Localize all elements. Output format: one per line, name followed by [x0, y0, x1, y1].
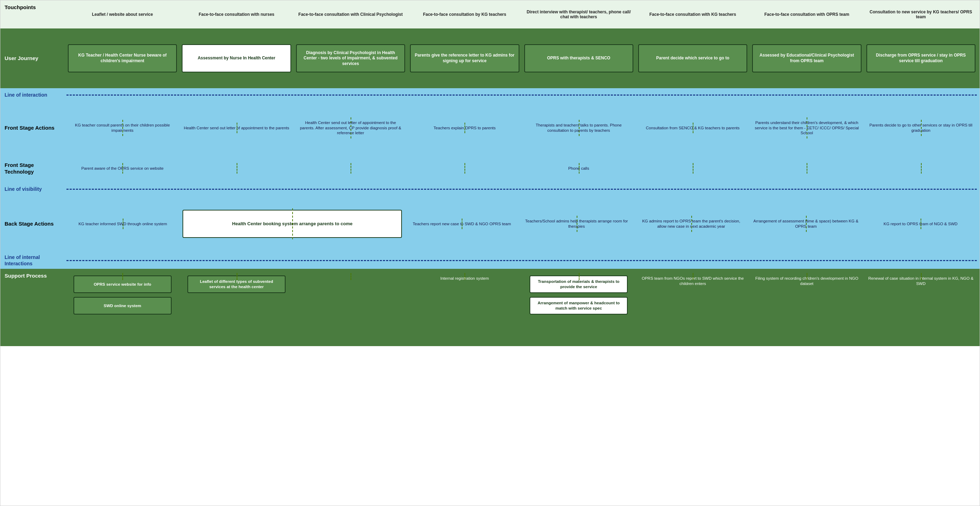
vertical-connector-fst-7: [807, 163, 807, 174]
frontstage-content: KG teacher consult parents on their chil…: [64, 102, 980, 154]
frontstage-tech-cell-2: [180, 163, 292, 174]
touchpoint-cell-8: Consultation to new service by KG teache…: [865, 7, 977, 22]
journey-cell-4: Parents give the reference letter to KG …: [409, 43, 520, 74]
backstage-cell-6: KG admins report to OPRS team the parent…: [635, 216, 748, 232]
frontstage-cell-3: Health Center send out letter of appoint…: [295, 117, 406, 139]
line-of-interaction-row: Line of interaction: [0, 88, 980, 102]
vertical-connector-fs-8: [921, 120, 922, 136]
vertical-connector-fs-6: [693, 123, 694, 133]
frontstage-cell-2: Health Center send out letter of appoint…: [180, 123, 292, 133]
touchpoints-label-text: Touchpoints: [5, 4, 36, 11]
support-cell-7: Filing system of recording children's de…: [751, 273, 862, 289]
vertical-connector-sp-4: [465, 273, 465, 280]
vertical-connector-fs-1: [123, 120, 123, 136]
support-box-5-2: Arrangement of manpower & headcount to m…: [530, 297, 628, 314]
line-of-internal-dash: [67, 260, 977, 261]
vertical-connector-bs-7: [806, 216, 807, 232]
journey-box-3: Diagnosis by Clinical Psychologist in He…: [296, 44, 405, 72]
vertical-connector-fst-5: [579, 163, 579, 174]
frontstage-tech-cell-6: [637, 163, 749, 174]
touchpoint-cell-5: Direct interview with therapist/ teacher…: [523, 7, 635, 22]
vertical-connector-sp-7: [807, 273, 807, 280]
support-row: Support Process OPRS service website for…: [0, 269, 980, 346]
journey-box-1: KG Teacher / Health Center Nurse beware …: [68, 44, 177, 72]
vertical-connector-bs-1: [123, 219, 123, 230]
vertical-connector-bs-5: [577, 216, 578, 232]
vertical-connector-sp-5: [579, 273, 579, 280]
line-of-interaction-label: Line of interaction: [0, 90, 64, 100]
frontstage-label: Front Stage Actions: [0, 102, 64, 154]
support-cell-8: Renewal of case situation in internal sy…: [865, 273, 977, 289]
journey-cell-7: Assessed by Educational/Clinical Psychol…: [751, 43, 862, 74]
support-cell-1: OPRS service website for infoSWD online …: [67, 273, 178, 317]
support-cell-2: Leaflet of different types of subvented …: [180, 273, 292, 295]
touchpoint-text-4: Face-to-face consultation by KG teachers: [422, 11, 508, 18]
frontstage-tech-cell-3: [295, 163, 406, 174]
touchpoint-text-5: Direct interview with therapist/ teacher…: [524, 8, 633, 21]
support-cell-4: Internal registration system: [409, 273, 520, 284]
journey-cell-5: OPRS with therapists & SENCO: [523, 43, 635, 74]
frontstage-cell-5: Therapists and teachers talks to parents…: [523, 120, 635, 136]
touchpoint-cell-3: Face-to-face consultation with Clinical …: [295, 9, 406, 20]
vertical-connector-sp-8: [921, 273, 922, 280]
frontstage-row: Front Stage Actions KG teacher consult p…: [0, 102, 980, 154]
backstage-cell-2: Health Center booking system arrange par…: [181, 208, 403, 239]
vertical-connector-fs-4: [465, 123, 465, 133]
line-of-internal-row: Line of internal Interactions: [0, 252, 980, 269]
frontstage-tech-cell-5: Phone calls: [523, 163, 635, 174]
vertical-connector-fs-3: [351, 117, 351, 139]
touchpoint-text-8: Consultation to new service by KG teache…: [866, 8, 975, 21]
vertical-connector-bs-2: [292, 208, 293, 239]
support-box-1-2: SWD online system: [73, 297, 172, 314]
line-of-visibility-row: Line of visibility: [0, 182, 980, 196]
vertical-connector-sp-3: [351, 273, 351, 280]
touchpoint-cell-4: Face-to-face consultation by KG teachers: [409, 9, 520, 20]
journey-box-2: Assessment by Nurse In Health Center: [182, 44, 291, 72]
vertical-connector-fs-5: [579, 120, 579, 136]
vertical-connector-sp-1: [123, 273, 123, 280]
frontstage-cell-4: Teachers explain OPRS to parents: [409, 123, 520, 133]
backstage-row: Back Stage Actions KG teacher informed S…: [0, 196, 980, 252]
support-cell-6: OPRS team from NGOs report to SWD which …: [637, 273, 749, 289]
frontstage-cell-7: Parents understand their children's deve…: [751, 117, 862, 139]
support-label-text: Support Process: [5, 272, 47, 279]
vertical-connector-fst-6: [693, 163, 694, 174]
support-cell-5: Transportation of materials & therapists…: [523, 273, 635, 317]
vertical-connector-fs-2: [237, 123, 237, 133]
support-label: Support Process: [0, 269, 64, 346]
backstage-label: Back Stage Actions: [0, 196, 64, 252]
frontstage-cell-1: KG teacher consult parents on their chil…: [67, 120, 178, 136]
frontstage-label-text: Front Stage Actions: [5, 124, 54, 132]
journey-box-4: Parents give the reference letter to KG …: [410, 44, 519, 72]
vertical-connector-bs-6: [691, 216, 692, 232]
support-cell-3: [295, 273, 406, 284]
touchpoint-text-7: Face-to-face consultation with OPRS team: [763, 11, 851, 18]
journey-cell-1: KG Teacher / Health Center Nurse beware …: [67, 43, 178, 74]
touchpoint-cell-6: Face-to-face consultation with KG teache…: [637, 9, 749, 20]
frontstage-tech-content: Parent aware of the OPRS service on webs…: [64, 154, 980, 182]
frontstage-tech-label-text: Front Stage Technology: [5, 162, 59, 175]
userjourney-label: User Journey: [0, 29, 64, 88]
journey-cell-8: Discharge from OPRS service / stay in OP…: [865, 43, 977, 74]
service-blueprint: Touchpoints Leaflet / website about serv…: [0, 0, 980, 506]
touchpoint-text-3: Face-to-face consultation with Clinical …: [297, 11, 404, 18]
backstage-cell-1: KG teacher informed SWD through online s…: [67, 219, 179, 230]
frontstage-cell-6: Consultation from SENCO & KG teachers to…: [637, 123, 749, 133]
journey-cell-6: Parent decide which service to go to: [637, 43, 749, 74]
journey-cell-3: Diagnosis by Clinical Psychologist in He…: [295, 43, 406, 74]
frontstage-cell-8: Parents decide to go to other services o…: [865, 120, 977, 136]
touchpoint-text-1: Leaflet / website about service: [91, 11, 154, 18]
userjourney-label-text: User Journey: [5, 55, 38, 62]
vertical-connector-sp-2: [237, 273, 237, 280]
journey-box-5: OPRS with therapists & SENCO: [524, 44, 633, 72]
touchpoint-cell-1: Leaflet / website about service: [67, 9, 178, 20]
line-of-visibility-dash: [67, 189, 977, 190]
frontstage-tech-cell-8: [865, 163, 977, 174]
vertical-connector-fs-7: [807, 117, 807, 139]
touchpoints-row: Touchpoints Leaflet / website about serv…: [0, 0, 980, 29]
userjourney-row: User Journey KG Teacher / Health Center …: [0, 29, 980, 88]
frontstage-tech-cell-7: [751, 163, 862, 174]
vertical-connector-fst-3: [351, 163, 351, 174]
journey-cell-2: Assessment by Nurse In Health Center: [180, 43, 292, 74]
backstage-cell-4: Teachers report new case to SWD & NGO OP…: [406, 219, 518, 230]
